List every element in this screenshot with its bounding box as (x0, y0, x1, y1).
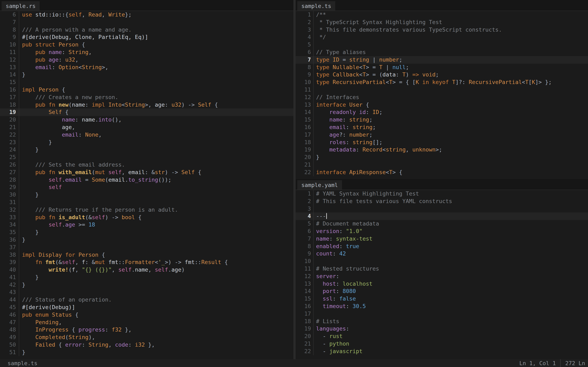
line-number: 23 (0, 139, 19, 146)
code-line[interactable]: 22interface ApiResponse<T> { (296, 169, 588, 176)
code-line[interactable]: 8enabled: true (296, 243, 588, 250)
code-line[interactable]: 20 - rust (296, 333, 588, 340)
code-line[interactable]: 2 * TypeScript Syntax Highlighting Test (296, 18, 588, 26)
code-line[interactable]: 43 (0, 289, 293, 296)
code-line[interactable]: 10pub struct Person { (0, 41, 293, 49)
code-line[interactable]: 4 */ (296, 33, 588, 41)
code-line[interactable]: 7 (0, 18, 293, 26)
code-line[interactable]: 16 timeout: 30.5 (296, 303, 588, 310)
code-line[interactable]: 8/// A person with a name and age. (0, 26, 293, 34)
code-line[interactable]: 6// Type aliases (296, 49, 588, 56)
code-area-rust[interactable]: 6use std::io::{self, Read, Write};78/// … (0, 11, 293, 359)
code-line[interactable]: 50 Failed { error: String, code: i32 }, (0, 341, 293, 349)
code-line[interactable]: 27 pub fn with_email(mut self, email: &s… (0, 169, 293, 176)
code-line[interactable]: 21 age, (0, 124, 293, 131)
code-line[interactable]: 39 fn fmt(&self, f: &mut fmt::Formatter<… (0, 259, 293, 266)
code-line[interactable]: 7type ID = string | number; (296, 56, 588, 64)
tab-sample-rs[interactable]: sample.rs (2, 1, 40, 11)
code-line[interactable]: 41 } (0, 274, 293, 281)
code-line[interactable]: 7name: syntax-test (296, 235, 588, 243)
code-line[interactable]: 12 pub age: u32, (0, 56, 293, 64)
code-line[interactable]: 28 self.email = Some(email.to_string()); (0, 176, 293, 184)
code-line[interactable]: 21 - python (296, 340, 588, 348)
code-line[interactable]: 12// Interfaces (296, 94, 588, 101)
code-line[interactable]: 22 - javascript (296, 348, 588, 355)
code-line[interactable]: 3 (296, 205, 588, 213)
code-line[interactable]: 19languages: (296, 325, 588, 333)
code-line[interactable]: 19 Self { (0, 108, 293, 116)
code-line[interactable]: 12server: (296, 273, 588, 280)
code-line[interactable]: 51} (0, 349, 293, 356)
code-line[interactable]: 11 (296, 86, 588, 94)
code-line[interactable]: 26 /// Sets the email address. (0, 161, 293, 169)
code-line[interactable]: 29 self (0, 184, 293, 191)
code-line[interactable]: 36} (0, 236, 293, 244)
code-line[interactable]: 48 InProgress { progress: f32 }, (0, 326, 293, 334)
code-line[interactable]: 15 name: string; (296, 116, 588, 124)
code-line[interactable]: 33 pub fn is_adult(&self) -> bool { (0, 214, 293, 221)
code-line[interactable]: 11 pub name: String, (0, 49, 293, 56)
code-line[interactable]: 18 roles: string[]; (296, 139, 588, 146)
code-line[interactable]: 15 ssl: false (296, 295, 588, 303)
code-line[interactable]: 16 email: string; (296, 124, 588, 131)
code-line[interactable]: 9#[derive(Debug, Clone, PartialEq, Eq)] (0, 33, 293, 41)
code-line[interactable]: 6use std::io::{self, Read, Write}; (0, 11, 293, 18)
code-area-ts[interactable]: 1/**2 * TypeScript Syntax Highlighting T… (296, 11, 588, 179)
code-line[interactable]: 46pub enum Status { (0, 311, 293, 319)
code-line[interactable]: 17 age?: number; (296, 131, 588, 139)
code-line[interactable]: 45#[derive(Debug)] (0, 304, 293, 311)
code-line[interactable]: 1/** (296, 11, 588, 18)
code-line[interactable]: 17 /// Creates a new person. (0, 94, 293, 101)
code-line[interactable]: 21 (296, 161, 588, 169)
code-line[interactable]: 11# Nested structures (296, 265, 588, 273)
code-line[interactable]: 37 (0, 244, 293, 251)
code-line[interactable]: 1# YAML Syntax Highlighting Test (296, 190, 588, 198)
code-line[interactable]: 23 } (0, 139, 293, 146)
tab-sample-yaml[interactable]: sample.yaml (297, 180, 342, 190)
code-line[interactable]: 13interface User { (296, 101, 588, 109)
code-line[interactable]: 34 self.age >= 18 (0, 221, 293, 229)
code-line[interactable]: 10type RecursivePartial<T> = { [K in key… (296, 78, 588, 86)
code-area-yaml[interactable]: 1# YAML Syntax Highlighting Test2# This … (296, 190, 588, 359)
code-line[interactable]: 10 (296, 258, 588, 265)
code-line[interactable]: 16impl Person { (0, 86, 293, 94)
code-line[interactable]: 6version: "1.0" (296, 227, 588, 235)
code-line[interactable]: 9type Callback<T> = (data: T) => void; (296, 71, 588, 78)
code-line[interactable]: 4--- (296, 212, 588, 220)
code-line[interactable]: 8type Nullable<T> = T | null; (296, 64, 588, 71)
code-line[interactable]: 14 readonly id: ID; (296, 108, 588, 116)
code-line[interactable]: 32 /// Returns true if the person is an … (0, 206, 293, 214)
code-line[interactable]: 20} (296, 154, 588, 161)
code-line[interactable]: 47 Pending, (0, 319, 293, 326)
code-line[interactable]: 30 } (0, 191, 293, 199)
code-line[interactable]: 19 metadata: Record<string, unknown>; (296, 146, 588, 154)
code-line[interactable]: 14 port: 8080 (296, 287, 588, 295)
code-token: } (35, 229, 39, 235)
code-line[interactable]: 38impl Display for Person { (0, 251, 293, 259)
tab-sample-ts[interactable]: sample.ts (297, 1, 335, 11)
code-line[interactable]: 15 (0, 78, 293, 86)
code-line[interactable]: 5# Document metadata (296, 220, 588, 227)
code-line[interactable]: 18 pub fn new(name: impl Into<String>, a… (0, 101, 293, 109)
code-line[interactable]: 13 email: Option<String>, (0, 64, 293, 71)
code-line[interactable]: 31 (0, 199, 293, 206)
code-line[interactable]: 9count: 42 (296, 250, 588, 258)
code-line[interactable]: 20 name: name.into(), (0, 116, 293, 124)
code-line[interactable]: 35 } (0, 229, 293, 236)
code-line[interactable]: 42} (0, 281, 293, 289)
code-line[interactable]: 5 (296, 41, 588, 49)
code-line[interactable]: 13 host: localhost (296, 280, 588, 288)
code-line[interactable]: 44/// Status of an operation. (0, 296, 293, 304)
code-line[interactable]: 3 * This file demonstrates various TypeS… (296, 26, 588, 34)
code-line[interactable]: 40 write!(f, "{} ({})", self.name, self.… (0, 266, 293, 274)
code-line[interactable]: 22 email: None, (0, 131, 293, 139)
code-line[interactable]: 17 (296, 310, 588, 318)
code-line[interactable]: 18# Lists (296, 318, 588, 325)
code-line[interactable]: 49 Completed(String), (0, 334, 293, 341)
code-line[interactable]: 24 } (0, 146, 293, 154)
code-line[interactable]: 14} (0, 71, 293, 78)
code-line-text: Failed { error: String, code: i32 }, (19, 341, 293, 349)
code-line[interactable]: 25 (0, 154, 293, 161)
code-line[interactable]: 2# This file tests various YAML construc… (296, 198, 588, 205)
pane-divider[interactable] (293, 0, 296, 359)
